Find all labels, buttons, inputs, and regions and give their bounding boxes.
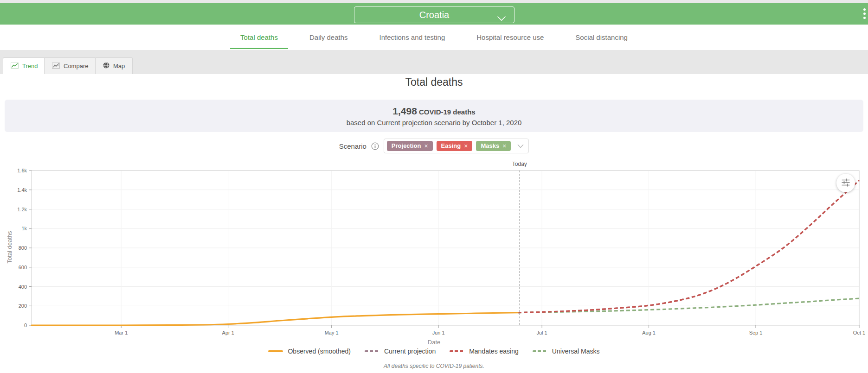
svg-text:1.4k: 1.4k <box>17 187 27 193</box>
legend-swatch <box>365 350 379 352</box>
svg-text:Today: Today <box>512 161 527 167</box>
tab-compare[interactable]: Compare <box>44 57 96 74</box>
series-observed-smoothed- <box>32 313 518 325</box>
svg-text:1k: 1k <box>21 226 27 231</box>
view-tab-bar: Trend Compare Map <box>0 50 868 74</box>
close-icon[interactable]: × <box>424 142 428 150</box>
chevron-down-icon[interactable] <box>514 144 524 148</box>
legend-label: Current projection <box>384 348 436 355</box>
svg-text:Oct 1: Oct 1 <box>853 330 865 335</box>
chart-settings-button[interactable] <box>836 174 855 192</box>
main-nav: Total deaths Daily deaths Infections and… <box>0 25 868 50</box>
tab-trend-label: Trend <box>22 63 38 70</box>
summary-value: 1,498 <box>392 106 417 116</box>
tab-total-deaths[interactable]: Total deaths <box>230 25 288 50</box>
chart-footnote: All deaths specific to COVID-19 patients… <box>0 363 868 369</box>
kebab-menu-icon[interactable] <box>862 8 867 19</box>
tab-daily-deaths[interactable]: Daily deaths <box>299 25 358 50</box>
scenario-label: Scenario <box>339 142 366 150</box>
close-icon[interactable]: × <box>464 142 468 150</box>
summary-detail: based on Current projection scenario by … <box>5 119 863 126</box>
chevron-down-icon <box>497 13 506 24</box>
scenario-tag: Masks × <box>476 141 511 151</box>
covid-projections-app: Croatia Total deaths Daily deaths Infect… <box>0 0 868 373</box>
globe-icon <box>103 62 109 70</box>
sliders-icon <box>841 177 850 189</box>
series-current-projection <box>518 180 859 312</box>
trend-chart[interactable]: 02004006008001k1.2k1.4k1.6kMar 1Apr 1May… <box>0 158 868 341</box>
tab-social-distancing[interactable]: Social distancing <box>565 25 638 50</box>
summary-banner: 1,498 COVID-19 deaths based on Current p… <box>5 100 863 132</box>
legend-swatch <box>533 350 547 352</box>
svg-text:Jun 1: Jun 1 <box>432 330 445 335</box>
scenario-tag-label: Projection <box>392 142 421 150</box>
legend-swatch <box>268 350 283 352</box>
location-selector[interactable]: Croatia <box>354 6 514 23</box>
tab-compare-label: Compare <box>64 63 88 70</box>
tab-map-label: Map <box>113 63 125 70</box>
svg-text:Mar 1: Mar 1 <box>115 330 128 335</box>
svg-text:Jul 1: Jul 1 <box>537 330 547 335</box>
svg-text:1.2k: 1.2k <box>17 207 27 212</box>
svg-text:Apr 1: Apr 1 <box>222 330 234 335</box>
scenario-select[interactable]: Projection × Easing × Masks × <box>384 139 529 153</box>
legend-label: Universal Masks <box>552 348 600 355</box>
series-mandates-easing <box>518 180 859 312</box>
scenario-row: Scenario Projection × Easing × Masks × <box>0 139 868 153</box>
tab-trend[interactable]: Trend <box>3 57 45 74</box>
svg-text:0: 0 <box>24 322 27 328</box>
legend-label: Observed (smoothed) <box>288 348 350 355</box>
svg-text:600: 600 <box>19 265 27 270</box>
scenario-tag: Projection × <box>387 141 433 151</box>
info-icon[interactable] <box>371 142 379 150</box>
line-chart-icon <box>11 63 19 70</box>
svg-text:May 1: May 1 <box>325 330 339 335</box>
legend-item: Universal Masks <box>533 348 600 355</box>
svg-text:200: 200 <box>19 303 27 309</box>
tab-infections-and-testing[interactable]: Infections and testing <box>369 25 456 50</box>
summary-value-label: COVID-19 deaths <box>419 108 476 116</box>
close-icon[interactable]: × <box>502 142 506 150</box>
svg-text:1.6k: 1.6k <box>17 168 27 173</box>
svg-text:800: 800 <box>19 245 27 251</box>
svg-text:Sep 1: Sep 1 <box>749 330 763 335</box>
scenario-tag: Easing × <box>437 141 473 151</box>
chart-legend: Observed (smoothed)Current projectionMan… <box>0 348 868 355</box>
app-header: Croatia <box>0 3 868 25</box>
legend-item: Observed (smoothed) <box>268 348 350 355</box>
svg-text:400: 400 <box>19 284 27 290</box>
x-axis-title: Date <box>0 339 868 346</box>
scenario-tag-label: Easing <box>441 142 461 150</box>
scenario-tag-label: Masks <box>481 142 499 150</box>
location-selector-value: Croatia <box>419 10 449 20</box>
legend-label: Mandates easing <box>469 348 519 355</box>
legend-swatch <box>450 350 464 352</box>
svg-text:Aug 1: Aug 1 <box>642 330 656 335</box>
legend-item: Current projection <box>365 348 436 355</box>
tab-map[interactable]: Map <box>95 57 133 74</box>
compare-chart-icon <box>52 63 60 70</box>
legend-item: Mandates easing <box>450 348 519 355</box>
page-title: Total deaths <box>0 74 868 90</box>
tab-hospital-resource-use[interactable]: Hospital resource use <box>466 25 554 50</box>
